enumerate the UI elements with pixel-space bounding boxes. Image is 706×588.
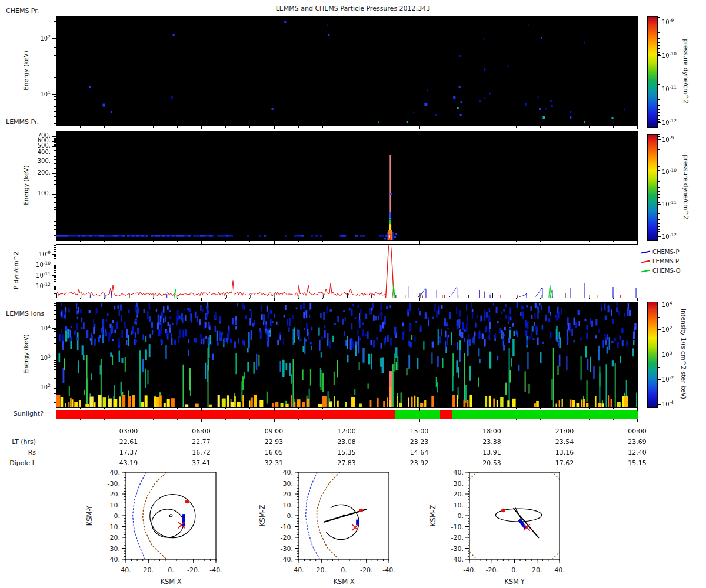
x-tick-label: 20.	[532, 566, 542, 574]
x-tick-label: -20.	[187, 566, 199, 574]
time-label: 09:00	[255, 427, 293, 435]
sunlight-segment	[440, 410, 452, 419]
orbit-curves	[456, 467, 573, 572]
colorbar-minor-tick	[658, 32, 660, 33]
panel4-y-axis-label: Energy (keV)	[22, 334, 29, 374]
y-tick-label: 40.	[454, 469, 464, 476]
colorbar-minor-tick	[658, 42, 660, 43]
orbit-arc	[327, 505, 359, 539]
pressure-colorbar-2	[647, 134, 658, 241]
orbit-frame	[469, 472, 560, 559]
legend-label-chems-p: CHEMS-P	[652, 249, 679, 255]
dipole-l-value: 23.92	[401, 459, 438, 467]
y-major-tick	[52, 173, 56, 174]
colorbar-tick-label: 10-2	[662, 375, 674, 383]
colorbar-minor-tick	[658, 367, 660, 368]
y-tick-label: 30.	[283, 480, 294, 487]
pressure-colorbar-1-title: pressure dyne/cm^2	[682, 39, 690, 103]
intensity-colorbar	[647, 302, 658, 408]
page-title: LEMMS and CHEMS Particle Pressures 2012:…	[0, 5, 706, 12]
y-tick-label: 104	[16, 324, 51, 332]
y-major-tick	[52, 265, 56, 265]
colorbar-minor-tick	[658, 213, 660, 214]
colorbar-major-tick	[658, 89, 661, 89]
dipole-l-value: 27.83	[328, 459, 365, 467]
rs-value: 13.16	[546, 449, 584, 456]
colorbar-major-tick	[658, 22, 661, 22]
colorbar-minor-tick	[658, 21, 660, 21]
lt-value: 23.08	[328, 438, 365, 446]
colorbar-minor-tick	[658, 166, 660, 167]
x-tick-label: 0.	[168, 566, 174, 574]
colorbar-minor-tick	[658, 233, 660, 233]
time-label: 12:00	[328, 427, 365, 435]
lemms-p-line-swatch	[641, 260, 650, 263]
sunlight-label: Sunlight?	[8, 410, 44, 417]
x-tick-label: 40.	[554, 566, 565, 574]
colorbar-minor-tick	[658, 84, 660, 85]
colorbar-minor-tick	[658, 51, 660, 51]
y-tick-label: 30.	[454, 480, 464, 487]
colorbar-minor-tick	[658, 201, 660, 201]
y-tick-label: -20.	[108, 490, 120, 498]
colorbar-minor-tick	[658, 32, 660, 33]
x-tick-label: 40.	[121, 566, 131, 574]
colorbar-minor-tick	[658, 72, 660, 72]
panel1-label: CHEMS Pr.	[6, 7, 39, 15]
legend-item-lemms-p: LEMMS-P	[641, 258, 679, 265]
dipole-l-value: 17.62	[546, 459, 584, 467]
y-major-tick	[52, 146, 56, 147]
y-tick-label: 20.	[454, 490, 464, 498]
colorbar-minor-tick	[658, 48, 660, 49]
y-tick-label: -30.	[281, 545, 293, 553]
colorbar-minor-tick	[658, 82, 660, 82]
y-tick-label: 0.	[458, 512, 464, 520]
colorbar-minor-tick	[658, 229, 660, 230]
colorbar-minor-tick	[658, 213, 660, 214]
colorbar-minor-tick	[658, 223, 660, 224]
colorbar-minor-tick	[658, 165, 660, 165]
colorbar-minor-tick	[658, 66, 660, 66]
colorbar-tick-label: 10-10	[662, 168, 677, 175]
sunlight-bar	[56, 410, 638, 419]
colorbar-minor-tick	[658, 109, 660, 110]
colorbar-minor-tick	[658, 194, 660, 195]
colorbar-minor-tick	[658, 115, 660, 116]
x-tick-label: -40.	[209, 566, 222, 574]
colorbar-tick-label: 104	[662, 300, 672, 308]
colorbar-tick-label: 10-9	[662, 135, 674, 143]
panel3-y-axis-label: P dyn/cm^2	[12, 252, 19, 289]
y-axis-title: KSM-Z	[429, 505, 437, 526]
colorbar-minor-tick	[658, 17, 660, 18]
pressure-colorbar-2-title: pressure dyne/cm^2	[682, 155, 690, 219]
position-dot	[359, 509, 363, 512]
colorbar-minor-tick	[658, 76, 660, 76]
panel2-label: LEMMS Pr.	[6, 118, 39, 126]
colorbar-minor-tick	[658, 52, 660, 53]
colorbar-minor-tick	[658, 165, 660, 165]
y-tick-label: 10.	[454, 502, 464, 509]
colorbar-minor-tick	[658, 197, 660, 198]
colorbar-tick-label: 102	[662, 325, 672, 333]
colorbar-tick-label: 100	[662, 350, 672, 358]
colorbar-minor-tick	[658, 229, 660, 230]
orbit-curves	[306, 472, 367, 559]
colorbar-minor-tick	[658, 119, 660, 120]
colorbar-minor-tick	[658, 42, 660, 43]
colorbar-minor-tick	[658, 202, 660, 203]
colorbar-minor-tick	[658, 54, 660, 55]
colorbar-minor-tick	[658, 52, 660, 53]
colorbar-major-tick	[658, 236, 661, 237]
y-tick-label: 100.	[16, 190, 51, 196]
y-tick-label: 10.	[283, 502, 294, 509]
pressure-line-plot	[56, 244, 638, 298]
y-tick-label: 400.	[16, 149, 51, 155]
orbit-ellipse	[152, 509, 184, 537]
colorbar-minor-tick	[658, 191, 660, 192]
legend-label-chems-o: CHEMS-O	[652, 268, 681, 274]
colorbar-tick-label: 10-11	[662, 85, 677, 92]
colorbar-minor-tick	[658, 115, 660, 116]
colorbar-minor-tick	[658, 121, 660, 122]
panel4-label: LEMMS Ions	[6, 310, 44, 318]
colorbar-minor-tick	[658, 194, 660, 195]
